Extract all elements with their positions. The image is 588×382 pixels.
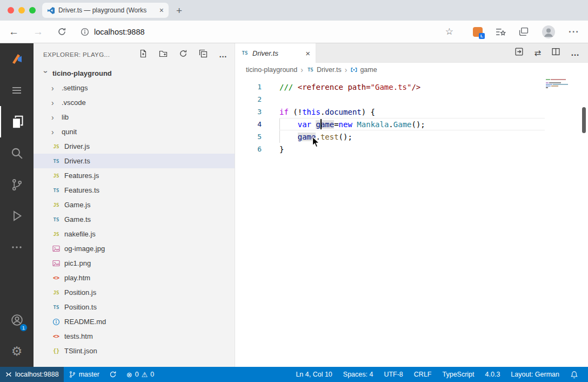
minimap[interactable] xyxy=(546,79,574,89)
file-item-game-js[interactable]: JSGame.js xyxy=(34,197,235,212)
code-line-2[interactable]: 2 xyxy=(235,93,588,106)
code-editor[interactable]: 1/// <reference path="Game.ts"/>23if (!t… xyxy=(235,77,588,367)
file-item-readme-md[interactable]: README.md xyxy=(34,314,235,329)
chevron-right-icon: › xyxy=(51,99,58,107)
editor-tabbar: TS Driver.ts × ⇄ … xyxy=(235,43,588,63)
minimize-window-button[interactable] xyxy=(18,7,25,14)
zoom-window-button[interactable] xyxy=(29,7,36,14)
git-branch-status[interactable]: master xyxy=(64,367,104,382)
new-tab-button[interactable]: + xyxy=(176,5,182,16)
item-label: Features.ts xyxy=(64,186,99,194)
file-item-position-ts[interactable]: TSPosition.ts xyxy=(34,300,235,314)
extension-icon[interactable]: L xyxy=(473,27,483,37)
warning-count: 0 xyxy=(150,371,154,378)
accounts-icon[interactable]: 1 xyxy=(0,304,34,335)
run-debug-icon[interactable] xyxy=(0,200,34,232)
file-item-play-htm[interactable]: <>play.htm xyxy=(34,271,235,285)
image-file-icon xyxy=(51,259,61,268)
remote-indicator[interactable]: localhost:9888 xyxy=(0,367,64,382)
folder-item-lib[interactable]: ›lib xyxy=(34,110,235,124)
tab-close-icon[interactable]: × xyxy=(159,6,164,15)
compare-changes-icon[interactable]: ⇄ xyxy=(534,49,541,57)
problems-status[interactable]: ⊗ 0 ⚠ 0 xyxy=(122,367,159,382)
folder-item-root[interactable]: › ticino-playground xyxy=(34,66,235,81)
site-info-icon[interactable] xyxy=(81,28,89,36)
code-line-4[interactable]: 4 var game=new Mankala.Game(); xyxy=(235,118,588,130)
file-item-driver-js[interactable]: JSDriver.js xyxy=(34,139,235,154)
status-language[interactable]: TypeScript xyxy=(437,367,479,382)
search-icon[interactable] xyxy=(0,137,34,169)
chevron-right-icon: › xyxy=(51,128,58,136)
new-file-icon[interactable] xyxy=(139,49,148,60)
collapse-all-icon[interactable] xyxy=(199,49,208,60)
menu-icon[interactable] xyxy=(0,75,34,106)
scrollbar-thumb[interactable] xyxy=(582,107,586,133)
editor-tab-driver-ts[interactable]: TS Driver.ts × xyxy=(235,43,316,63)
editor-group: TS Driver.ts × ⇄ … ticino-pla xyxy=(235,43,588,367)
new-folder-icon[interactable] xyxy=(159,49,168,60)
settings-gear-icon[interactable]: ⚙ xyxy=(0,335,34,367)
ts-file-icon: TS xyxy=(51,215,61,224)
browser-toolbar: ← → localhost:9888 ☆ L ··· xyxy=(0,21,588,43)
sync-changes-button[interactable] xyxy=(104,367,122,382)
file-item-features-ts[interactable]: TSFeatures.ts xyxy=(34,183,235,197)
explorer-icon[interactable] xyxy=(0,106,34,137)
status-indentation[interactable]: Spaces: 4 xyxy=(338,367,379,382)
status-layout[interactable]: Layout: German xyxy=(505,367,565,382)
browser-menu-icon[interactable]: ··· xyxy=(569,27,579,37)
code-line-1[interactable]: 1/// <reference path="Game.ts"/> xyxy=(235,81,588,93)
file-item-driver-ts[interactable]: TSDriver.ts xyxy=(34,154,235,168)
folder-item-qunit[interactable]: ›qunit xyxy=(34,124,235,139)
explorer-actions: … xyxy=(139,49,227,60)
code-line-3[interactable]: 3if (!this.document) { xyxy=(235,106,588,118)
collections-icon[interactable] xyxy=(519,27,529,36)
browser-tab-title: Driver.ts — playground (Works xyxy=(58,6,156,14)
status-cursor-position[interactable]: Ln 4, Col 10 xyxy=(290,367,337,382)
vscode-workbench: 1 ⚙ EXPLORER: PLAYG... xyxy=(0,43,588,367)
address-bar[interactable]: localhost:9888 xyxy=(81,28,145,36)
split-editor-icon[interactable] xyxy=(551,47,560,58)
file-item-og-image-jpg[interactable]: og-image.jpg xyxy=(34,241,235,256)
file-item-nakefile-js[interactable]: JSnakefile.js xyxy=(34,227,235,241)
status-version[interactable]: 4.0.3 xyxy=(480,367,506,382)
editor-caret xyxy=(320,119,322,129)
chevron-right-icon: › xyxy=(51,84,58,92)
code-line-5[interactable]: 5 game.test(); xyxy=(235,130,588,143)
status-bar: localhost:9888 master ⊗ 0 ⚠ 0 Ln 4, Col … xyxy=(0,367,588,382)
folder-item-vscode[interactable]: ›.vscode xyxy=(34,95,235,110)
breadcrumb-symbol[interactable]: game xyxy=(350,66,377,74)
file-item-game-ts[interactable]: TSGame.ts xyxy=(34,212,235,227)
breadcrumb-folder[interactable]: ticino-playground xyxy=(246,66,297,74)
file-item-tests-htm[interactable]: <>tests.htm xyxy=(34,329,235,344)
remote-host-label: localhost:9888 xyxy=(15,371,59,378)
symbol-variable-icon xyxy=(350,66,358,74)
reload-button[interactable] xyxy=(57,27,66,36)
profile-avatar[interactable] xyxy=(542,25,556,39)
folder-item-settings[interactable]: ›.settings xyxy=(34,81,235,95)
activity-bar-spacer xyxy=(0,263,34,304)
more-views-icon[interactable] xyxy=(0,232,34,263)
notifications-bell-icon[interactable] xyxy=(565,367,584,382)
browser-tab[interactable]: Driver.ts — playground (Works × xyxy=(42,3,169,18)
file-item-pic1-png[interactable]: pic1.png xyxy=(34,256,235,271)
close-window-button[interactable] xyxy=(8,7,14,14)
refresh-icon[interactable] xyxy=(179,49,188,60)
close-tab-icon[interactable]: × xyxy=(305,49,310,58)
js-file-icon: JS xyxy=(51,172,61,180)
file-item-tslint-json[interactable]: {}TSlint.json xyxy=(34,344,235,358)
file-item-position-js[interactable]: JSPosition.js xyxy=(34,285,235,300)
favorites-icon[interactable] xyxy=(496,28,506,36)
url-text[interactable]: localhost:9888 xyxy=(94,28,145,36)
breadcrumb-file[interactable]: TS Driver.ts xyxy=(306,65,342,74)
file-item-features-js[interactable]: JSFeatures.js xyxy=(34,168,235,183)
back-button[interactable]: ← xyxy=(9,27,19,37)
status-eol[interactable]: CRLF xyxy=(409,367,437,382)
open-changes-icon[interactable] xyxy=(514,47,524,58)
code-line-6[interactable]: 6} xyxy=(235,143,588,155)
source-control-icon[interactable] xyxy=(0,169,34,200)
favorite-star-icon[interactable]: ☆ xyxy=(445,26,453,37)
toolbar-actions: ☆ L ··· xyxy=(445,25,579,39)
chevron-right-icon: › xyxy=(345,65,348,74)
status-encoding[interactable]: UTF-8 xyxy=(378,367,408,382)
js-file-icon: JS xyxy=(51,230,61,239)
